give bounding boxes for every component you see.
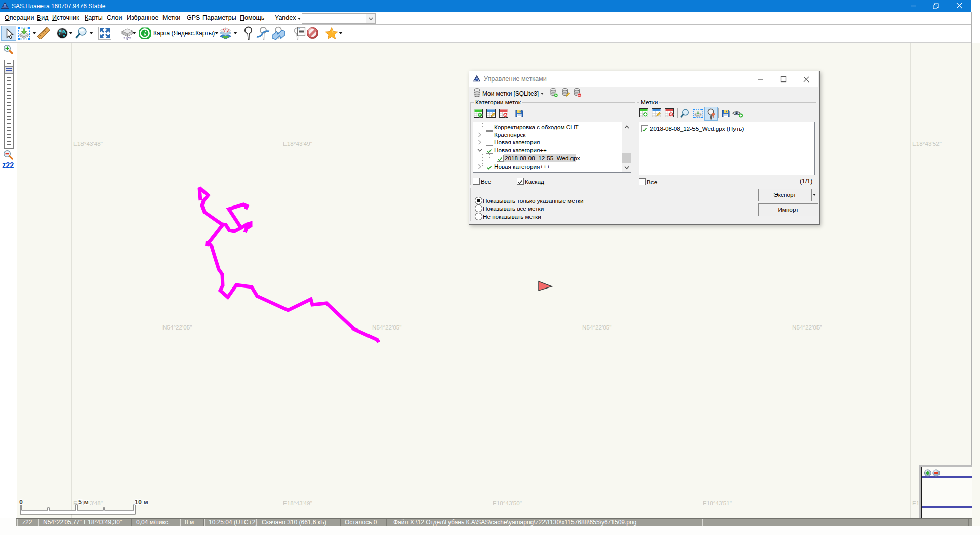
svg-text:0: 0 [19, 499, 23, 506]
svg-text:10 м: 10 м [135, 499, 148, 506]
svg-text:5 м: 5 м [78, 499, 89, 506]
